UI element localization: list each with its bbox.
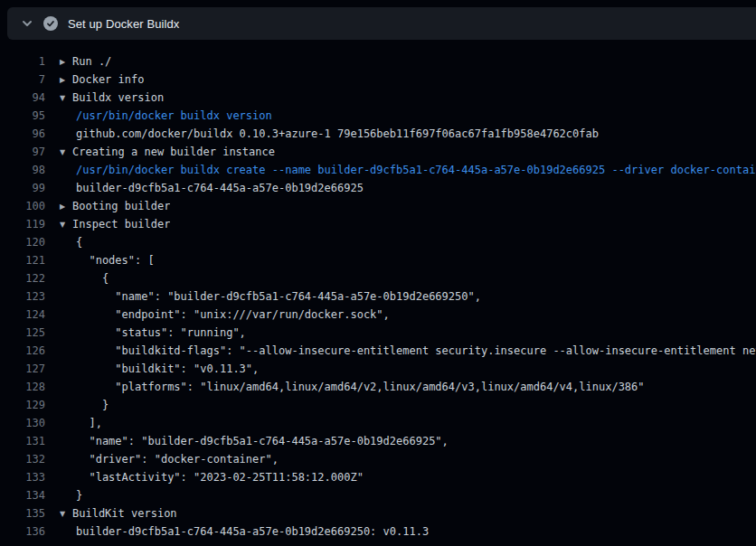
log-line: 131 "name": "builder-d9cfb5a1-c764-445a-…	[0, 432, 756, 450]
caret-down-icon[interactable]: ▼	[60, 144, 72, 161]
line-number[interactable]: 119	[0, 215, 45, 233]
line-number[interactable]: 130	[0, 414, 45, 432]
log-line[interactable]: 97 ▼Creating a new builder instance	[0, 143, 756, 161]
log-text: /usr/bin/docker buildx version	[76, 109, 272, 122]
line-number[interactable]: 126	[0, 342, 45, 360]
log-line: 129 }	[0, 396, 756, 414]
log-text: "buildkitd-flags": "--allow-insecure-ent…	[76, 344, 756, 357]
log-text: {	[76, 236, 82, 249]
log-text: github.com/docker/buildx 0.10.3+azure-1 …	[76, 127, 599, 140]
log-text: BuildKit version	[72, 507, 177, 520]
line-number[interactable]: 124	[0, 306, 45, 324]
line-number[interactable]: 132	[0, 450, 45, 468]
log-line: 95 /usr/bin/docker buildx version	[0, 107, 756, 125]
log-line[interactable]: 7 ▶Docker info	[0, 71, 756, 89]
log-text: /usr/bin/docker buildx create --name bui…	[76, 164, 756, 176]
log-line: 130 ],	[0, 414, 756, 432]
line-number[interactable]: 7	[0, 71, 45, 89]
log-text: "name": "builder-d9cfb5a1-c764-445a-a57e…	[76, 290, 481, 303]
caret-down-icon[interactable]: ▼	[60, 89, 72, 107]
log-line: 125 "status": "running",	[0, 324, 756, 342]
log-line: 127 "buildkit": "v0.11.3",	[0, 360, 756, 378]
caret-right-icon[interactable]: ▶	[60, 71, 72, 89]
log-line: 122 {	[0, 269, 756, 287]
log-text: Inspect builder	[72, 218, 170, 231]
log-text: builder-d9cfb5a1-c764-445a-a57e-0b19d2e6…	[76, 182, 364, 194]
step-title: Set up Docker Buildx	[68, 17, 179, 31]
log-line: 123 "name": "builder-d9cfb5a1-c764-445a-…	[0, 287, 756, 306]
actions-log-viewer: Set up Docker Buildx 1 ▶Run ./ 7 ▶Docker…	[0, 7, 756, 546]
line-number[interactable]: 97	[0, 143, 45, 161]
log-text: ],	[76, 417, 102, 429]
log-line: 134 }	[0, 486, 756, 504]
log-text: "nodes": [	[76, 254, 155, 267]
line-number[interactable]: 120	[0, 233, 45, 251]
line-number[interactable]: 99	[0, 179, 45, 197]
log-line: 132 "driver": "docker-container",	[0, 450, 756, 468]
log-line[interactable]: 100 ▶Booting builder	[0, 197, 756, 215]
line-number[interactable]: 123	[0, 287, 45, 306]
log-text: "status": "running",	[76, 326, 246, 339]
log-text: "name": "builder-d9cfb5a1-c764-445a-a57e…	[76, 435, 449, 447]
caret-right-icon[interactable]: ▶	[60, 198, 72, 215]
line-number[interactable]: 98	[0, 161, 45, 179]
line-number[interactable]: 1	[0, 52, 45, 71]
line-number[interactable]: 136	[0, 522, 45, 541]
log-text: Creating a new builder instance	[72, 146, 275, 158]
log-container: 1 ▶Run ./ 7 ▶Docker info 94 ▼Buildx vers…	[0, 40, 756, 541]
line-number[interactable]: 134	[0, 486, 45, 504]
log-line: 120 {	[0, 233, 756, 251]
log-text: "endpoint": "unix:///var/run/docker.sock…	[76, 308, 390, 321]
line-number[interactable]: 129	[0, 396, 45, 414]
log-line: 121 "nodes": [	[0, 251, 756, 269]
line-number[interactable]: 133	[0, 468, 45, 486]
check-circle-icon	[43, 16, 58, 31]
caret-down-icon[interactable]: ▼	[60, 216, 72, 233]
line-number[interactable]: 121	[0, 251, 45, 269]
log-line: 126 "buildkitd-flags": "--allow-insecure…	[0, 342, 756, 360]
line-number[interactable]: 131	[0, 432, 45, 450]
line-number[interactable]: 122	[0, 269, 45, 287]
line-number[interactable]: 128	[0, 378, 45, 396]
log-line: 98 /usr/bin/docker buildx create --name …	[0, 161, 756, 179]
log-line: 128 "platforms": "linux/amd64,linux/amd6…	[0, 378, 756, 396]
line-number[interactable]: 135	[0, 504, 45, 522]
line-number[interactable]: 125	[0, 324, 45, 342]
step-header[interactable]: Set up Docker Buildx	[7, 7, 756, 40]
log-line: 96 github.com/docker/buildx 0.10.3+azure…	[0, 125, 756, 143]
log-line[interactable]: 119 ▼Inspect builder	[0, 215, 756, 233]
log-text: Booting builder	[72, 200, 170, 212]
caret-right-icon[interactable]: ▶	[60, 53, 72, 71]
log-text: Docker info	[72, 73, 144, 86]
log-text: "platforms": "linux/amd64,linux/amd64/v2…	[76, 381, 645, 393]
log-line[interactable]: 1 ▶Run ./	[0, 52, 756, 71]
line-number[interactable]: 95	[0, 107, 45, 125]
log-text: builder-d9cfb5a1-c764-445a-a57e-0b19d2e6…	[76, 525, 429, 538]
log-line: 124 "endpoint": "unix:///var/run/docker.…	[0, 306, 756, 324]
chevron-down-icon[interactable]	[20, 16, 34, 31]
line-number[interactable]: 96	[0, 125, 45, 143]
line-number[interactable]: 94	[0, 89, 45, 107]
caret-down-icon[interactable]: ▼	[60, 505, 72, 522]
log-line: 99 builder-d9cfb5a1-c764-445a-a57e-0b19d…	[0, 179, 756, 197]
log-text: "buildkit": "v0.11.3",	[76, 362, 259, 375]
log-text: }	[76, 399, 109, 411]
log-line[interactable]: 135 ▼BuildKit version	[0, 504, 756, 522]
log-text: Buildx version	[72, 91, 164, 104]
log-text: {	[76, 272, 109, 285]
log-text: "lastActivity": "2023-02-25T11:58:12.000…	[76, 471, 364, 484]
log-line[interactable]: 94 ▼Buildx version	[0, 89, 756, 107]
log-text: }	[76, 489, 82, 502]
log-line: 136 builder-d9cfb5a1-c764-445a-a57e-0b19…	[0, 522, 756, 541]
log-text: "driver": "docker-container",	[76, 453, 279, 466]
log-line: 133 "lastActivity": "2023-02-25T11:58:12…	[0, 468, 756, 486]
line-number[interactable]: 100	[0, 197, 45, 215]
line-number[interactable]: 127	[0, 360, 45, 378]
log-text: Run ./	[72, 55, 111, 68]
